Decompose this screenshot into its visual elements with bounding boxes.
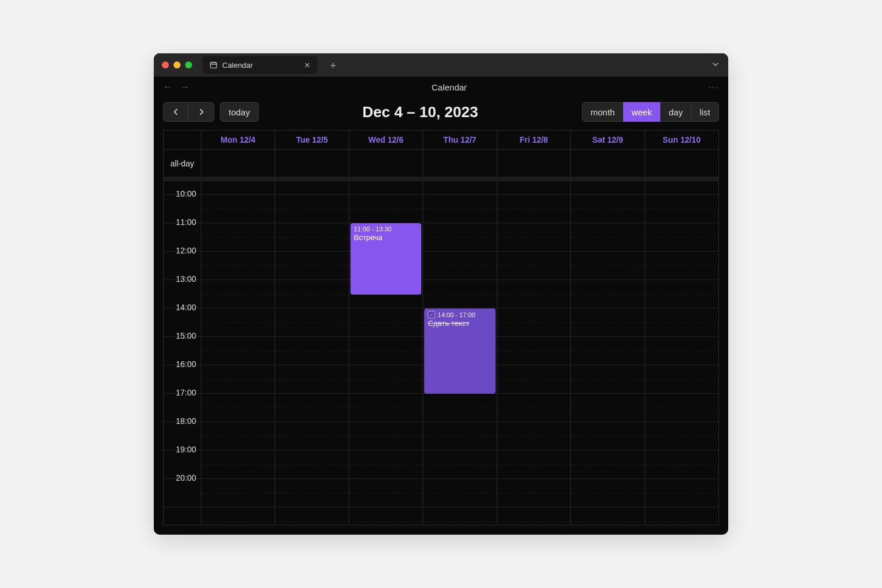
allday-cell[interactable] bbox=[274, 150, 348, 177]
view-list-button[interactable]: list bbox=[692, 102, 719, 122]
day-header[interactable]: Sat 12/9 bbox=[570, 130, 644, 149]
allday-cell[interactable] bbox=[349, 150, 422, 177]
hour-label: 19:00 bbox=[176, 445, 196, 454]
day-column[interactable]: ✓14:00 - 17:00Сдать текст bbox=[422, 181, 496, 525]
next-period-button[interactable] bbox=[189, 102, 214, 122]
tab-close-button[interactable]: ✕ bbox=[304, 61, 310, 70]
date-nav-group bbox=[163, 102, 214, 122]
calendar-icon bbox=[209, 61, 218, 69]
hour-label: 16:00 bbox=[176, 360, 196, 369]
hour-label: 10:00 bbox=[176, 189, 196, 198]
date-range-title: Dec 4 – 10, 2023 bbox=[259, 103, 582, 121]
allday-label: all-day bbox=[164, 150, 201, 177]
window-minimize-button[interactable] bbox=[173, 61, 180, 68]
allday-cell[interactable] bbox=[570, 150, 644, 177]
new-tab-button[interactable]: ＋ bbox=[328, 58, 338, 72]
day-header[interactable]: Tue 12/5 bbox=[274, 130, 348, 149]
day-header[interactable]: Fri 12/8 bbox=[497, 130, 570, 149]
calendar-event[interactable]: 11:00 - 13:30Встреча bbox=[350, 223, 421, 295]
history-nav: ← → bbox=[163, 82, 190, 92]
tab-title: Calendar bbox=[222, 61, 253, 70]
window-controls bbox=[162, 61, 192, 68]
view-day-button[interactable]: day bbox=[660, 102, 691, 122]
event-time: 11:00 - 13:30 bbox=[354, 226, 392, 233]
day-header[interactable]: Mon 12/4 bbox=[201, 130, 274, 149]
day-column[interactable] bbox=[570, 181, 644, 525]
app-window: Calendar ✕ ＋ ← → Calendar ··· today Dec … bbox=[154, 53, 728, 535]
more-menu-button[interactable]: ··· bbox=[709, 82, 719, 92]
hour-label: 15:00 bbox=[176, 331, 196, 340]
day-column[interactable] bbox=[645, 181, 718, 525]
time-gutter: 10:00 11:00 12:00 13:00 14:00 15:00 16:0… bbox=[164, 181, 201, 525]
app-header: ← → Calendar ··· bbox=[154, 77, 728, 97]
hour-label: 17:00 bbox=[176, 388, 196, 397]
history-forward-button[interactable]: → bbox=[180, 82, 190, 92]
window-maximize-button[interactable] bbox=[185, 61, 192, 68]
day-column[interactable] bbox=[497, 181, 570, 525]
hour-label: 13:00 bbox=[176, 274, 196, 284]
view-month-button[interactable]: month bbox=[582, 102, 624, 122]
checkbox-checked-icon[interactable]: ✓ bbox=[428, 311, 435, 318]
hour-label: 18:00 bbox=[176, 416, 196, 426]
day-column[interactable] bbox=[274, 181, 348, 525]
page-title: Calendar bbox=[190, 82, 709, 92]
day-header[interactable]: Thu 12/7 bbox=[422, 130, 496, 149]
hour-label: 11:00 bbox=[176, 217, 196, 227]
view-week-button[interactable]: week bbox=[623, 102, 660, 122]
day-column[interactable]: 11:00 - 13:30Встреча bbox=[349, 181, 422, 525]
hour-label: 20:00 bbox=[176, 473, 196, 482]
event-time: 14:00 - 17:00 bbox=[438, 311, 475, 318]
titlebar: Calendar ✕ ＋ bbox=[154, 53, 728, 77]
time-grid: 10:00 11:00 12:00 13:00 14:00 15:00 16:0… bbox=[164, 181, 718, 525]
today-button[interactable]: today bbox=[220, 102, 259, 122]
allday-cell[interactable] bbox=[497, 150, 570, 177]
allday-cell[interactable] bbox=[422, 150, 496, 177]
calendar-toolbar: today Dec 4 – 10, 2023 month week day li… bbox=[154, 97, 728, 130]
allday-cell[interactable] bbox=[201, 150, 274, 177]
allday-cell[interactable] bbox=[645, 150, 718, 177]
window-menu-chevron-icon[interactable] bbox=[711, 60, 720, 71]
calendar-grid: Mon 12/4 Tue 12/5 Wed 12/6 Thu 12/7 Fri … bbox=[163, 130, 719, 525]
day-header[interactable]: Sun 12/10 bbox=[645, 130, 718, 149]
prev-period-button[interactable] bbox=[163, 102, 189, 122]
tab-calendar[interactable]: Calendar ✕ bbox=[203, 56, 317, 74]
view-switcher: month week day list bbox=[582, 102, 719, 122]
day-header[interactable]: Wed 12/6 bbox=[349, 130, 422, 149]
event-title: Встреча bbox=[354, 233, 418, 242]
hour-label: 14:00 bbox=[176, 303, 196, 312]
hour-label: 12:00 bbox=[176, 246, 196, 255]
allday-row: all-day bbox=[164, 150, 718, 177]
day-header-row: Mon 12/4 Tue 12/5 Wed 12/6 Thu 12/7 Fri … bbox=[164, 130, 718, 150]
event-title: Сдать текст bbox=[428, 319, 491, 328]
window-close-button[interactable] bbox=[162, 61, 169, 68]
calendar-event[interactable]: ✓14:00 - 17:00Сдать текст bbox=[424, 308, 495, 394]
history-back-button[interactable]: ← bbox=[163, 82, 172, 92]
day-column[interactable] bbox=[201, 181, 274, 525]
svg-rect-0 bbox=[211, 63, 217, 68]
